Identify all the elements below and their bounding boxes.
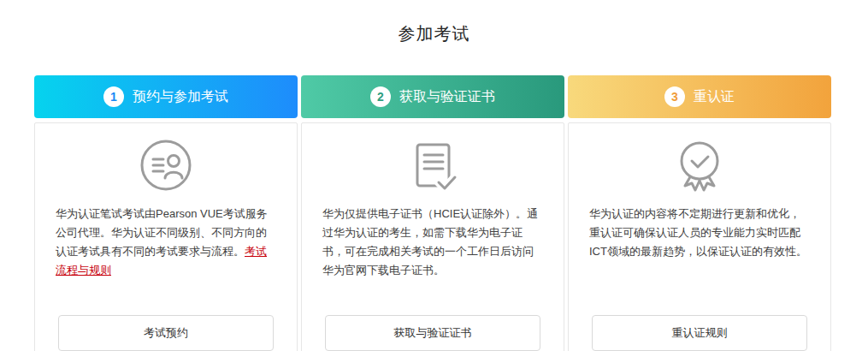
- step-description-text: 华为认证的内容将不定期进行更新和优化，重认证可确保认证人员的专业能力实时匹配IC…: [589, 207, 807, 258]
- step-header-label: 获取与验证证书: [399, 88, 495, 106]
- step-card-certificate: 华为仅提供电子证书（HCIE认证除外）。通过华为认证的考生，如需下载华为电子证书…: [301, 122, 564, 351]
- page-title: 参加考试: [0, 22, 868, 45]
- step-recertification: 3 重认证 华为认证的内容将不定期进行更新和优化，重认证可确保认证人员的专业能力…: [568, 75, 831, 351]
- get-verify-certificate-button[interactable]: 获取与验证证书: [325, 315, 540, 351]
- step-number-badge: 1: [103, 86, 124, 107]
- step-card-booking: 华为认证笔试考试由Pearson VUE考试服务公司代理。华为认证不同级别、不同…: [34, 122, 298, 351]
- step-description: 华为仅提供电子证书（HCIE认证除外）。通过华为认证的考生，如需下载华为电子证书…: [322, 205, 543, 280]
- step-header-label: 预约与参加考试: [133, 88, 228, 106]
- step-header-booking: 1 预约与参加考试: [34, 75, 298, 118]
- id-card-person-icon: [35, 134, 297, 196]
- document-check-icon: [302, 134, 564, 196]
- step-booking: 1 预约与参加考试 华为认证笔试考试由Pearson VUE考试服务公司代理。华…: [34, 75, 298, 351]
- step-number-badge: 2: [370, 86, 391, 107]
- recertification-rules-button[interactable]: 重认证规则: [592, 315, 807, 351]
- step-description-text: 华为认证笔试考试由Pearson VUE考试服务公司代理。华为认证不同级别、不同…: [56, 207, 268, 258]
- step-description-text: 华为仅提供电子证书（HCIE认证除外）。通过华为认证的考生，如需下载华为电子证书…: [322, 207, 538, 277]
- step-description: 华为认证的内容将不定期进行更新和优化，重认证可确保认证人员的专业能力实时匹配IC…: [589, 205, 810, 261]
- step-description: 华为认证笔试考试由Pearson VUE考试服务公司代理。华为认证不同级别、不同…: [56, 205, 276, 280]
- step-certificate: 2 获取与验证证书 华为仅提供电子证书（HCIE认证除外）。通过华为认证的考生，…: [301, 75, 564, 351]
- step-header-label: 重认证: [694, 88, 735, 106]
- step-card-recertification: 华为认证的内容将不定期进行更新和优化，重认证可确保认证人员的专业能力实时匹配IC…: [568, 122, 831, 351]
- step-number-badge: 3: [664, 86, 685, 107]
- medal-check-icon: [569, 134, 830, 196]
- steps-container: 1 预约与参加考试 华为认证笔试考试由Pearson VUE考试服务公司代理。华…: [34, 75, 831, 351]
- step-header-certificate: 2 获取与验证证书: [301, 75, 564, 118]
- exam-booking-button[interactable]: 考试预约: [58, 315, 274, 351]
- step-header-recertification: 3 重认证: [568, 75, 831, 118]
